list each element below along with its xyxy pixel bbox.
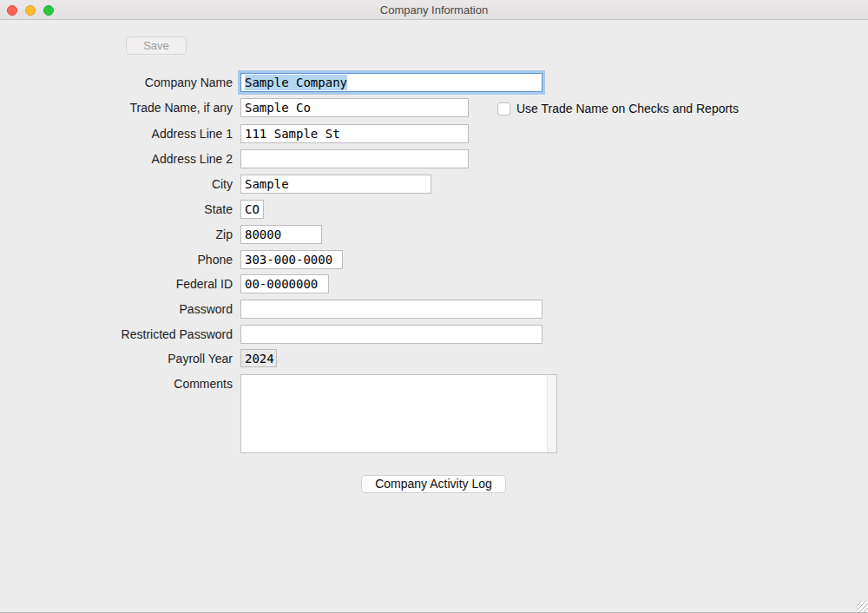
use-trade-name-checkbox-row: Use Trade Name on Checks and Reports bbox=[497, 102, 739, 115]
comments-field[interactable] bbox=[240, 374, 557, 453]
city-label: City bbox=[0, 175, 240, 194]
selected-text: Sample Company bbox=[245, 75, 347, 90]
restricted-password-label: Restricted Password bbox=[0, 325, 240, 344]
company-name-label: Company Name bbox=[0, 73, 240, 92]
federal-id-field[interactable]: 00-0000000 bbox=[240, 274, 329, 293]
form-row-comments: Comments bbox=[0, 374, 557, 453]
trade-name-label: Trade Name, if any bbox=[0, 98, 240, 117]
password-field[interactable] bbox=[240, 300, 542, 319]
company-information-window: Company Information Save Company Name Sa… bbox=[0, 0, 868, 613]
form-row-payroll-year: Payroll Year 2024 bbox=[0, 349, 277, 368]
form-row-company-name: Company Name Sample Company bbox=[0, 73, 542, 92]
resize-grip[interactable] bbox=[857, 601, 868, 612]
password-label: Password bbox=[0, 300, 240, 319]
form-row-address-line-2: Address Line 2 bbox=[0, 149, 469, 168]
address-line-1-label: Address Line 1 bbox=[0, 124, 240, 143]
use-trade-name-checkbox-label: Use Trade Name on Checks and Reports bbox=[516, 102, 739, 115]
address-line-1-field[interactable]: 111 Sample St bbox=[240, 124, 469, 143]
form-row-trade-name: Trade Name, if any Sample Co bbox=[0, 98, 469, 117]
comments-label: Comments bbox=[0, 374, 240, 393]
form-row-password: Password bbox=[0, 300, 542, 319]
state-field[interactable]: CO bbox=[240, 200, 264, 219]
title-bar[interactable]: Company Information bbox=[0, 0, 868, 20]
company-activity-log-button[interactable]: Company Activity Log bbox=[361, 475, 506, 493]
zip-field[interactable]: 80000 bbox=[240, 225, 322, 244]
form-row-restricted-password: Restricted Password bbox=[0, 325, 542, 344]
form-row-zip: Zip 80000 bbox=[0, 225, 322, 244]
company-name-field[interactable]: Sample Company bbox=[240, 73, 542, 92]
form-row-phone: Phone 303-000-0000 bbox=[0, 250, 343, 269]
payroll-year-label: Payroll Year bbox=[0, 349, 240, 368]
address-line-2-label: Address Line 2 bbox=[0, 149, 240, 168]
federal-id-label: Federal ID bbox=[0, 274, 240, 293]
save-button[interactable]: Save bbox=[126, 36, 187, 55]
form-row-state: State CO bbox=[0, 200, 264, 219]
comments-scrollbar-track[interactable] bbox=[547, 375, 556, 452]
form-row-address-line-1: Address Line 1 111 Sample St bbox=[0, 124, 469, 143]
phone-field[interactable]: 303-000-0000 bbox=[240, 250, 343, 269]
restricted-password-field[interactable] bbox=[240, 325, 542, 344]
window-title: Company Information bbox=[0, 0, 868, 20]
payroll-year-field: 2024 bbox=[240, 349, 277, 367]
phone-label: Phone bbox=[0, 250, 240, 269]
address-line-2-field[interactable] bbox=[240, 149, 469, 168]
state-label: State bbox=[0, 200, 240, 219]
zip-label: Zip bbox=[0, 225, 240, 244]
form-row-city: City Sample bbox=[0, 175, 431, 194]
form-row-federal-id: Federal ID 00-0000000 bbox=[0, 274, 329, 293]
city-field[interactable]: Sample bbox=[240, 175, 431, 194]
use-trade-name-checkbox[interactable] bbox=[497, 102, 510, 115]
trade-name-field[interactable]: Sample Co bbox=[240, 98, 469, 117]
